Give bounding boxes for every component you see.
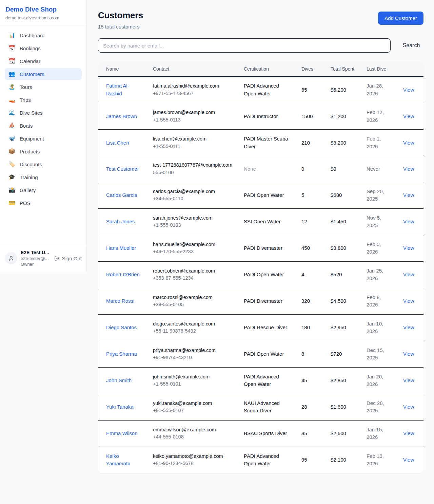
customers-table: Name Contact Certification Dives Total S… (98, 62, 423, 473)
customer-certification: PADI Open Water (244, 272, 284, 277)
sidebar-item-equipment[interactable]: 🤿 Equipment (5, 133, 82, 145)
customer-email: diego.santos@example.com (153, 320, 233, 328)
sidebar-item-products[interactable]: 📦 Products (5, 146, 82, 157)
sidebar-item-customers[interactable]: 👥 Customers (5, 68, 82, 80)
customer-name-link[interactable]: John Smith (106, 377, 132, 383)
customer-last-dive: Jan 10, 2026 (361, 314, 398, 341)
pos-icon: 💳 (8, 200, 15, 206)
sidebar-item-calendar[interactable]: 📆 Calendar (5, 55, 82, 67)
view-customer-link[interactable]: View (403, 192, 414, 198)
sidebar-item-label: Gallery (20, 187, 36, 193)
customer-certification: PADI Advanced Open Water (244, 83, 279, 96)
customer-total-spent: $4,500 (325, 288, 361, 314)
customer-email: test-1772681807767@example.com (153, 162, 233, 169)
view-customer-link[interactable]: View (403, 298, 414, 304)
customer-name-link[interactable]: Carlos Garcia (106, 192, 137, 198)
sidebar-item-label: Tours (20, 84, 32, 90)
sidebar-item-label: Dashboard (20, 33, 44, 38)
column-header-name: Name (98, 62, 147, 76)
sidebar-item-discounts[interactable]: 🏷️ Discounts (5, 158, 82, 170)
view-customer-link[interactable]: View (403, 351, 414, 357)
table-row: Lisa Chen lisa.chen@example.com +1-555-0… (98, 130, 423, 156)
customer-name-link[interactable]: Fatima Al-Rashid (106, 83, 129, 96)
add-customer-button[interactable]: Add Customer (378, 12, 423, 25)
view-customer-link[interactable]: View (403, 87, 414, 93)
sidebar-item-label: Trips (20, 97, 31, 103)
customer-phone: +353-87-555-1234 (153, 275, 233, 282)
view-customer-link[interactable]: View (403, 404, 414, 410)
customer-phone: +81-90-1234-5678 (153, 460, 233, 467)
sidebar-item-dive-sites[interactable]: 🌊 Dive Sites (5, 107, 82, 119)
customer-phone: +91-98765-43210 (153, 354, 233, 361)
customer-name-link[interactable]: Robert O'Brien (106, 272, 140, 277)
customer-last-dive: Jan 25, 2026 (361, 261, 398, 288)
view-customer-link[interactable]: View (403, 219, 414, 224)
user-info: E2E Test U... e2e-tester@... Owner (21, 249, 51, 267)
customer-email: fatima.alrashid@example.com (153, 82, 233, 90)
shop-name: Demo Dive Shop (5, 6, 81, 14)
customer-dives: 1500 (296, 103, 325, 130)
sidebar-item-label: Customers (20, 71, 44, 77)
view-customer-link[interactable]: View (403, 245, 414, 251)
customer-phone: +44-555-0108 (153, 433, 233, 441)
view-customer-link[interactable]: View (403, 457, 414, 463)
view-customer-link[interactable]: View (403, 113, 414, 119)
view-customer-link[interactable]: View (403, 324, 414, 330)
table-row: Priya Sharma priya.sharma@example.com +9… (98, 341, 423, 367)
customer-name-link[interactable]: Yuki Tanaka (106, 404, 134, 410)
customer-name-link[interactable]: Diego Santos (106, 324, 137, 330)
table-row: Yuki Tanaka yuki.tanaka@example.com +81-… (98, 394, 423, 420)
products-icon: 📦 (8, 149, 15, 154)
view-customer-link[interactable]: View (403, 166, 414, 172)
customer-last-dive: Feb 10, 2026 (361, 447, 398, 473)
customer-dives: 45 (296, 367, 325, 394)
customer-dives: 95 (296, 447, 325, 473)
sidebar-item-trips[interactable]: 🚤 Trips (5, 94, 82, 106)
table-row: John Smith john.smith@example.com +1-555… (98, 367, 423, 394)
customer-total-spent: $680 (325, 182, 361, 208)
sidebar-item-bookings[interactable]: 📅 Bookings (5, 42, 82, 54)
customer-certification: PADI Advanced Open Water (244, 453, 279, 467)
customer-name-link[interactable]: Hans Mueller (106, 245, 136, 251)
customer-email: robert.obrien@example.com (153, 267, 233, 275)
customer-name-link[interactable]: Keiko Yamamoto (106, 453, 130, 467)
equipment-icon: 🤿 (8, 136, 15, 141)
view-customer-link[interactable]: View (403, 430, 414, 436)
customer-dives: 85 (296, 420, 325, 447)
sidebar-item-dashboard[interactable]: 📊 Dashboard (5, 30, 82, 41)
customer-name-link[interactable]: Lisa Chen (106, 140, 129, 146)
shop-subdomain: demo.test.divestreams.com (5, 15, 81, 20)
customer-last-dive: Jan 28, 2026 (361, 76, 398, 103)
view-customer-link[interactable]: View (403, 377, 414, 383)
customer-certification: None (244, 166, 256, 172)
user-email: e2e-tester@... (21, 256, 51, 262)
customer-dives: 8 (296, 341, 325, 367)
view-customer-link[interactable]: View (403, 272, 414, 277)
view-customer-link[interactable]: View (403, 140, 414, 146)
customer-name-link[interactable]: Emma Wilson (106, 430, 138, 436)
sidebar-item-gallery[interactable]: 📸 Gallery (5, 184, 82, 196)
sidebar-item-training[interactable]: 🎓 Training (5, 171, 82, 183)
customer-total-spent: $1,800 (325, 394, 361, 420)
customer-total-spent: $2,600 (325, 420, 361, 447)
training-icon: 🎓 (8, 174, 15, 180)
sidebar-item-pos[interactable]: 💳 POS (5, 197, 82, 209)
customer-name-link[interactable]: Test Customer (106, 166, 139, 172)
sidebar-item-label: Dive Sites (20, 110, 43, 116)
column-header-actions (398, 62, 423, 76)
customer-name-link[interactable]: Priya Sharma (106, 351, 137, 357)
customer-dives: 210 (296, 130, 325, 156)
customer-certification: PADI Divemaster (244, 298, 282, 304)
sidebar-item-tours[interactable]: 🏝️ Tours (5, 81, 82, 93)
customer-name-link[interactable]: Sarah Jones (106, 219, 135, 224)
customer-email: emma.wilson@example.com (153, 426, 233, 434)
search-input[interactable] (98, 38, 391, 53)
search-button[interactable]: Search (399, 42, 423, 49)
table-row: Marco Rossi marco.rossi@example.com +39-… (98, 288, 423, 314)
sign-out-button[interactable]: Sign Out (54, 256, 82, 261)
customer-name-link[interactable]: James Brown (106, 113, 137, 119)
sidebar-item-boats[interactable]: ⛵ Boats (5, 120, 82, 132)
customer-last-dive: Nov 5, 2025 (361, 208, 398, 235)
customer-name-link[interactable]: Marco Rossi (106, 298, 134, 304)
customer-certification: PADI Advanced Open Water (244, 374, 279, 387)
